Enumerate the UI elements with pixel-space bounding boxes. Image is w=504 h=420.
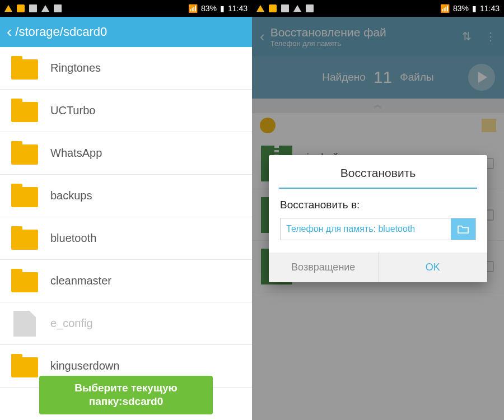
folder-open-icon (457, 224, 469, 234)
list-item[interactable]: cleanmaster (0, 260, 252, 302)
warning-icon (41, 5, 49, 12)
folder-icon (11, 230, 38, 250)
folder-icon (11, 102, 38, 122)
dialog-ok-button[interactable]: OK (379, 253, 488, 282)
status-bar: 📶 83% ▮ 11:43 (252, 0, 504, 17)
folder-icon (11, 357, 38, 377)
image-icon (281, 4, 289, 12)
list-item[interactable]: Ringtones (0, 47, 252, 90)
browse-folder-button[interactable] (451, 218, 475, 240)
warning-icon (256, 5, 264, 12)
dialog-cancel-button[interactable]: Возвращение (269, 253, 379, 282)
list-item[interactable]: backups (0, 175, 252, 217)
folder-icon (11, 59, 38, 80)
folder-icon (11, 187, 38, 207)
battery-percent: 83% (453, 4, 469, 13)
screen-file-browser: 📶 83% ▮ 11:43 ‹ /storage/sdcard0 Rington… (0, 0, 252, 420)
image-icon (54, 4, 62, 12)
restore-dialog: Восстановить Восстановить в: Телефон для… (269, 155, 487, 282)
clock: 11:43 (480, 4, 500, 13)
warning-icon (293, 5, 301, 12)
battery-icon: ▮ (220, 4, 225, 13)
battery-percent: 83% (201, 4, 217, 13)
nfc-icon: 📶 (440, 4, 450, 13)
path-header[interactable]: ‹ /storage/sdcard0 (0, 17, 252, 47)
folder-icon (11, 144, 38, 165)
folder-icon (11, 272, 38, 292)
screen-recovery: 📶 83% ▮ 11:43 ‹ Восстановление фай Телеф… (252, 0, 504, 420)
destination-input[interactable]: Телефон для память: bluetooth (280, 218, 476, 240)
warning-icon (4, 5, 12, 12)
clock: 11:43 (228, 4, 248, 13)
file-icon (13, 311, 36, 337)
file-list: Ringtones UCTurbo WhatsApp backups bluet… (0, 47, 252, 420)
image-icon (29, 4, 37, 12)
destination-path: Телефон для память: bluetooth (281, 218, 451, 240)
list-item[interactable]: bluetooth (0, 217, 252, 260)
app-notification-icon (269, 4, 277, 12)
list-item[interactable]: UCTurbo (0, 90, 252, 132)
image-icon (306, 4, 314, 12)
current-path: /storage/sdcard0 (15, 25, 107, 39)
status-bar: 📶 83% ▮ 11:43 (0, 0, 252, 17)
back-icon[interactable]: ‹ (7, 24, 12, 40)
dialog-scrim[interactable]: Восстановить Восстановить в: Телефон для… (252, 17, 504, 420)
dialog-label: Восстановить в: (280, 199, 476, 211)
list-item[interactable]: e_config (0, 302, 252, 345)
dialog-title: Восстановить (269, 155, 487, 188)
select-folder-button[interactable]: Выберите текущую папку:sdcard0 (39, 376, 213, 414)
list-item[interactable]: WhatsApp (0, 132, 252, 175)
nfc-icon: 📶 (188, 4, 198, 13)
app-notification-icon (17, 4, 25, 12)
battery-icon: ▮ (472, 4, 477, 13)
